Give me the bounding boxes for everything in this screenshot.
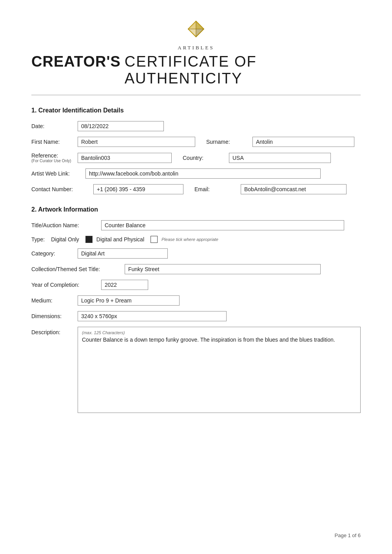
dimensions-label: Dimensions: <box>31 313 74 319</box>
year-field[interactable]: 2022 <box>101 280 148 290</box>
header-divider <box>31 95 361 95</box>
surname-label: Surname: <box>206 139 249 145</box>
date-row: Date: 08/12/2022 <box>31 121 361 131</box>
collection-field[interactable]: Funky Street <box>125 264 321 274</box>
description-box[interactable]: (max. 125 Characters) Counter Balance is… <box>78 327 361 413</box>
section2-title: 2. Artwork Information <box>31 206 361 213</box>
dimensions-field[interactable]: 3240 x 5760px <box>78 311 227 321</box>
title-auction-label: Title/Auction Name: <box>31 222 98 228</box>
artibles-logo <box>182 20 210 43</box>
reference-field[interactable]: Bantolin003 <box>78 153 172 163</box>
contact-label: Contact Number: <box>31 186 90 192</box>
section-creator-details: 1. Creator Identification Details Date: … <box>31 107 361 194</box>
description-row: Description: (max. 125 Characters) Count… <box>31 327 361 413</box>
email-field[interactable]: BobAntolin@comcast.net <box>241 184 347 194</box>
medium-label: Medium: <box>31 297 74 304</box>
section-artwork-info: 2. Artwork Information Title/Auction Nam… <box>31 206 361 413</box>
svg-marker-2 <box>196 29 204 37</box>
description-hint: (max. 125 Characters) <box>82 330 356 335</box>
type-row: Type: Digital Only Digital and Physical … <box>31 236 361 243</box>
medium-field[interactable]: Logic Pro 9 + Dream <box>78 295 180 306</box>
reference-sublabel: (For Curator Use Only) <box>31 159 74 163</box>
title-regular-part: CERTIFICATE OF AUTHENTICITY <box>125 53 361 87</box>
medium-row: Medium: Logic Pro 9 + Dream <box>31 295 361 306</box>
type-label: Type: <box>31 236 45 243</box>
country-field[interactable]: USA <box>229 153 331 163</box>
title-auction-row: Title/Auction Name: Counter Balance <box>31 220 361 230</box>
firstname-field[interactable]: Robert <box>78 137 195 147</box>
page-info: Page 1 of 6 <box>335 532 361 538</box>
date-label: Date: <box>31 123 74 129</box>
firstname-label: First Name: <box>31 139 74 145</box>
description-label: Description: <box>31 327 74 335</box>
email-label: Email: <box>194 186 238 192</box>
svg-marker-1 <box>196 21 204 29</box>
contact-field[interactable]: +1 (206) 395 - 4359 <box>93 184 183 194</box>
svg-marker-3 <box>188 21 196 29</box>
description-text: Counter Balance is a down tempo funky gr… <box>82 337 356 343</box>
document-page: Artibles CREATOR'S CERTIFICATE OF AUTHEN… <box>0 0 392 554</box>
section1-title: 1. Creator Identification Details <box>31 107 361 114</box>
document-title: CREATOR'S CERTIFICATE OF AUTHENTICITY <box>31 53 361 87</box>
reference-label: Reference: (For Curator Use Only) <box>31 152 74 163</box>
surname-field[interactable]: Antolin <box>252 137 354 147</box>
category-label: Category: <box>31 250 74 257</box>
brand-name: Artibles <box>178 45 214 51</box>
digital-only-checkbox[interactable] <box>85 236 93 243</box>
digital-physical-label: Digital and Physical <box>96 236 144 243</box>
title-auction-field[interactable]: Counter Balance <box>101 220 344 230</box>
category-field[interactable]: Digital Art <box>78 248 168 259</box>
digital-physical-checkbox[interactable] <box>151 236 158 243</box>
collection-label: Collection/Themed Set Title: <box>31 266 122 272</box>
svg-marker-4 <box>188 29 196 37</box>
weblink-field[interactable]: http://www.facebook.com/bob.antolin <box>85 168 321 179</box>
category-row: Category: Digital Art <box>31 248 361 259</box>
title-bold-part: CREATOR'S <box>31 53 121 70</box>
contact-row: Contact Number: +1 (206) 395 - 4359 Emai… <box>31 184 361 194</box>
year-label: Year of Completion: <box>31 282 98 288</box>
year-row: Year of Completion: 2022 <box>31 280 361 290</box>
tick-hint: Please tick where appropriate <box>162 237 218 242</box>
country-label: Country: <box>183 155 226 161</box>
document-header: Artibles CREATOR'S CERTIFICATE OF AUTHEN… <box>31 20 361 87</box>
weblink-row: Artist Web Link: http://www.facebook.com… <box>31 168 361 179</box>
name-row: First Name: Robert Surname: Antolin <box>31 137 361 147</box>
collection-row: Collection/Themed Set Title: Funky Stree… <box>31 264 361 274</box>
reference-row: Reference: (For Curator Use Only) Bantol… <box>31 152 361 163</box>
digital-only-label: Digital Only <box>51 236 79 243</box>
date-field[interactable]: 08/12/2022 <box>78 121 164 131</box>
page-footer: Page 1 of 6 <box>335 532 361 538</box>
weblink-label: Artist Web Link: <box>31 170 82 177</box>
dimensions-row: Dimensions: 3240 x 5760px <box>31 311 361 321</box>
